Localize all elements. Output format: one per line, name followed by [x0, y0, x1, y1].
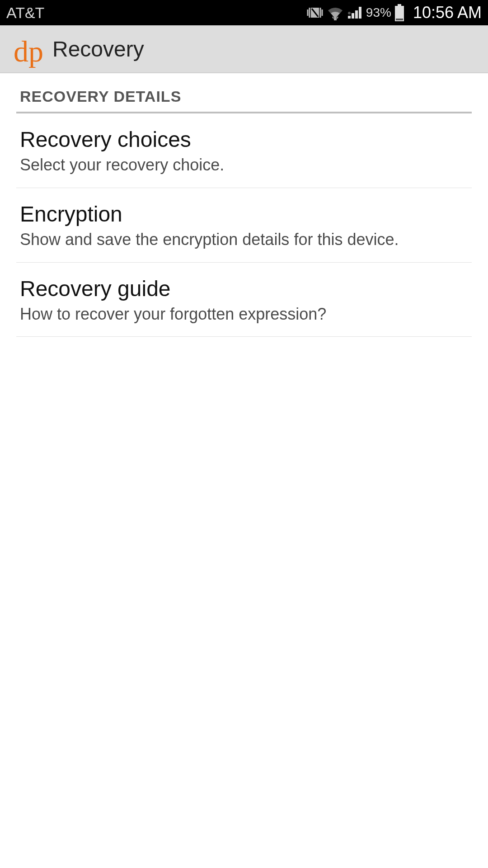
status-time: 10:56 AM — [413, 3, 482, 22]
vibrate-icon — [306, 5, 324, 20]
list-item-title: Recovery guide — [20, 276, 468, 301]
svg-rect-1 — [398, 4, 401, 6]
list-item-desc: Show and save the encryption details for… — [20, 229, 468, 250]
svg-point-0 — [348, 12, 351, 14]
wifi-icon — [326, 5, 344, 20]
status-icons: 93% — [306, 4, 405, 21]
list-item-desc: How to recover your forgotten expression… — [20, 304, 468, 325]
app-logo: dp — [14, 37, 43, 66]
content: RECOVERY DETAILS Recovery choices Select… — [0, 73, 488, 337]
battery-icon — [394, 4, 405, 21]
status-right: 93% 10:56 AM — [306, 3, 482, 22]
list-item-title: Encryption — [20, 202, 468, 226]
status-bar: AT&T — [0, 0, 488, 25]
battery-percent: 93% — [366, 5, 391, 20]
section-header: RECOVERY DETAILS — [16, 73, 472, 113]
list-item-encryption[interactable]: Encryption Show and save the encryption … — [16, 188, 472, 263]
list-item-recovery-guide[interactable]: Recovery guide How to recover your forgo… — [16, 263, 472, 337]
app-bar: dp Recovery — [0, 25, 488, 73]
list-item-recovery-choices[interactable]: Recovery choices Select your recovery ch… — [16, 113, 472, 188]
page-title: Recovery — [52, 37, 144, 61]
status-carrier: AT&T — [6, 4, 44, 22]
svg-rect-3 — [396, 19, 403, 20]
list-item-desc: Select your recovery choice. — [20, 155, 468, 176]
list-item-title: Recovery choices — [20, 127, 468, 152]
signal-icon — [347, 5, 363, 20]
